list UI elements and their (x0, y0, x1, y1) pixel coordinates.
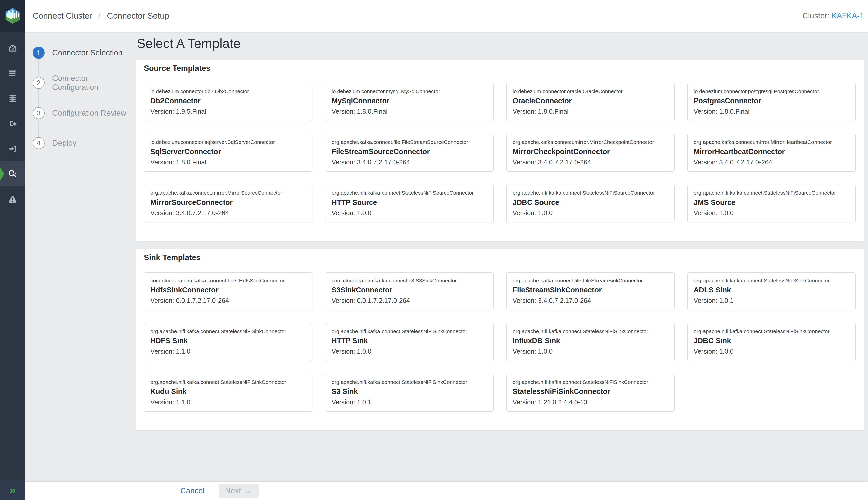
connector-display-name: HTTP Source (332, 198, 487, 206)
connector-template-card[interactable]: org.apache.nifi.kafka.connect.StatelessN… (687, 323, 856, 361)
sidebar-item-consumer-groups[interactable] (0, 111, 25, 136)
connector-display-name: SqlServerConnector (150, 147, 306, 156)
sidebar-nav (0, 36, 25, 212)
connector-class-name: org.apache.nifi.kafka.connect.StatelessN… (332, 190, 487, 196)
connector-class-name: org.apache.nifi.kafka.connect.StatelessN… (150, 379, 306, 385)
wizard-step[interactable]: 3 Configuration Review (25, 98, 136, 128)
connector-display-name: HDFS Sink (150, 337, 306, 345)
wizard-step[interactable]: 4 Deploy (25, 128, 136, 158)
connector-template-card[interactable]: io.debezium.connector.sqlserver.SqlServe… (144, 134, 312, 172)
cancel-button[interactable]: Cancel (180, 486, 205, 496)
cluster-name-link[interactable]: KAFKA-1 (832, 11, 864, 20)
card-grid: com.cloudera.dim.kafka.connect.hdfs.Hdfs… (136, 266, 864, 430)
connector-version: Version: 3.4.0.7.2.17.0-264 (513, 297, 668, 305)
breadcrumb-connect-cluster[interactable]: Connect Cluster (33, 11, 92, 20)
consumer-groups-icon (8, 119, 17, 128)
wizard-step[interactable]: 2 Connector Configuration (25, 68, 136, 98)
connector-version: Version: 1.0.0 (332, 209, 487, 217)
template-section: Sink Templates com.cloudera.dim.kafka.co… (136, 249, 864, 430)
content-area: 1 Connector Selection 2 Connector Config… (25, 32, 868, 500)
connector-version: Version: 1.8.0.Final (694, 107, 849, 115)
double-chevron-right-icon: » (9, 484, 16, 496)
connector-template-card[interactable]: io.debezium.connector.db2.Db2Connector D… (144, 83, 312, 121)
connector-display-name: FileStreamSinkConnector (513, 286, 668, 294)
sidebar-item-alerts[interactable] (0, 186, 25, 212)
connector-template-card[interactable]: org.apache.nifi.kafka.connect.StatelessN… (506, 374, 675, 411)
connector-display-name: MySqlConnector (332, 97, 487, 105)
sidebar-item-dashboard[interactable] (0, 36, 25, 61)
arrow-right-icon: → (244, 486, 252, 496)
wizard-step[interactable]: 1 Connector Selection (25, 38, 136, 68)
wizard-step-label: Configuration Review (52, 109, 126, 117)
wizard-step-label: Deploy (52, 139, 77, 148)
wizard-steps: 1 Connector Selection 2 Connector Config… (25, 38, 136, 158)
connector-template-card[interactable]: org.apache.nifi.kafka.connect.StatelessN… (687, 272, 856, 310)
connector-template-card[interactable]: com.cloudera.dim.kafka.connect.hdfs.Hdfs… (144, 272, 312, 310)
sidebar-item-connect[interactable] (0, 161, 25, 186)
connector-class-name: org.apache.nifi.kafka.connect.StatelessN… (332, 379, 487, 385)
connector-version: Version: 1.21.0.2.4.4.0-13 (513, 398, 668, 406)
connector-template-card[interactable]: org.apache.kafka.connect.file.FileStream… (506, 272, 675, 310)
connector-template-card[interactable]: org.apache.kafka.connect.mirror.MirrorSo… (144, 185, 312, 223)
connector-template-card[interactable]: io.debezium.connector.mysql.MySqlConnect… (325, 83, 494, 121)
section-title: Sink Templates (136, 249, 864, 266)
connector-version: Version: 1.1.0 (150, 398, 306, 406)
connector-display-name: HdfsSinkConnector (150, 286, 306, 294)
connector-display-name: MirrorHeartbeatConnector (694, 147, 849, 156)
connector-class-name: io.debezium.connector.db2.Db2Connector (150, 89, 306, 94)
connector-version: Version: 0.0.1.7.2.17.0-264 (150, 297, 306, 305)
connector-version: Version: 1.0.1 (332, 398, 487, 406)
sidebar-item-producers[interactable] (0, 136, 25, 161)
connector-template-card[interactable]: org.apache.nifi.kafka.connect.StatelessN… (144, 323, 312, 361)
connector-display-name: MirrorSourceConnector (150, 198, 306, 206)
connector-display-name: PostgresConnector (694, 97, 849, 105)
sidebar-item-topics[interactable] (0, 61, 25, 86)
sidebar-item-brokers[interactable] (0, 86, 25, 111)
connector-version: Version: 1.0.1 (694, 297, 849, 305)
connector-version: Version: 3.4.0.7.2.17.0-264 (694, 158, 849, 166)
connector-template-card[interactable]: org.apache.kafka.connect.mirror.MirrorCh… (506, 134, 675, 172)
connector-class-name: io.debezium.connector.sqlserver.SqlServe… (150, 139, 306, 145)
connector-version: Version: 1.8.0.Final (332, 107, 487, 115)
connector-template-card[interactable]: org.apache.nifi.kafka.connect.StatelessN… (506, 323, 675, 361)
connector-template-card[interactable]: io.debezium.connector.postgresql.Postgre… (687, 83, 856, 121)
wizard-steps-panel: 1 Connector Selection 2 Connector Config… (25, 32, 136, 158)
connector-template-card[interactable]: org.apache.nifi.kafka.connect.StatelessN… (325, 323, 494, 361)
app-logo[interactable] (0, 0, 25, 32)
connector-class-name: org.apache.kafka.connect.file.FileStream… (332, 139, 487, 145)
page-title: Select A Template (137, 36, 864, 51)
connector-version: Version: 1.0.0 (694, 209, 849, 217)
connector-version: Version: 1.8.0.Final (513, 107, 668, 115)
connector-display-name: Db2Connector (150, 97, 306, 105)
connector-class-name: org.apache.nifi.kafka.connect.StatelessN… (694, 277, 849, 284)
connector-template-card[interactable]: org.apache.kafka.connect.file.FileStream… (325, 134, 494, 172)
connector-class-name: org.apache.kafka.connect.mirror.MirrorCh… (513, 139, 668, 145)
connector-version: Version: 1.9.5.Final (150, 107, 306, 115)
connector-class-name: org.apache.nifi.kafka.connect.StatelessN… (513, 328, 668, 334)
connector-display-name: StatelessNiFiSinkConnector (513, 387, 668, 396)
connector-template-card[interactable]: org.apache.nifi.kafka.connect.StatelessN… (687, 185, 856, 223)
connector-class-name: io.debezium.connector.oracle.OracleConne… (513, 89, 668, 94)
connector-template-card[interactable]: org.apache.nifi.kafka.connect.StatelessN… (506, 185, 675, 223)
next-button[interactable]: Next → (219, 484, 259, 498)
wizard-step-label: Connector Selection (52, 48, 122, 57)
dashboard-icon (8, 44, 17, 53)
connector-display-name: S3SinkConnector (332, 286, 487, 294)
connector-template-card[interactable]: org.apache.nifi.kafka.connect.StatelessN… (325, 374, 494, 411)
connector-template-card[interactable]: io.debezium.connector.oracle.OracleConne… (506, 83, 675, 121)
connector-version: Version: 1.0.0 (332, 348, 487, 355)
connector-class-name: org.apache.nifi.kafka.connect.StatelessN… (332, 328, 487, 334)
connector-template-card[interactable]: org.apache.nifi.kafka.connect.StatelessN… (144, 374, 312, 411)
connector-template-card[interactable]: org.apache.nifi.kafka.connect.StatelessN… (325, 185, 494, 223)
brokers-icon (8, 94, 17, 103)
wizard-footer: Cancel Next → (25, 482, 868, 500)
connector-template-card[interactable]: com.cloudera.dim.kafka.connect.s3.S3Sink… (325, 272, 494, 310)
connector-template-card[interactable]: org.apache.kafka.connect.mirror.MirrorHe… (687, 134, 856, 172)
connector-class-name: org.apache.kafka.connect.file.FileStream… (513, 277, 668, 284)
sidebar-expand-button[interactable]: » (0, 480, 25, 500)
connector-version: Version: 1.0.0 (513, 209, 668, 217)
connector-class-name: com.cloudera.dim.kafka.connect.s3.S3Sink… (332, 277, 487, 284)
template-section: Source Templates io.debezium.connector.d… (136, 60, 864, 241)
wizard-step-number: 3 (33, 107, 45, 119)
connector-class-name: org.apache.kafka.connect.mirror.MirrorHe… (694, 139, 849, 145)
